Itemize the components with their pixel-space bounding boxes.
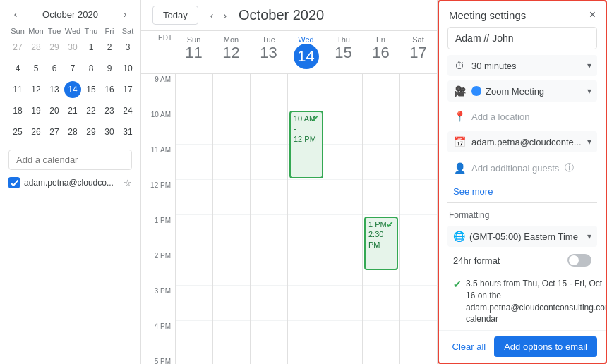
timezone-row[interactable]: 🌐 (GMT-05:00) Eastern Time ▾ (447, 226, 597, 247)
day-cell (251, 286, 287, 321)
day-cell (213, 356, 250, 364)
format-label: 24hr format (453, 255, 500, 266)
clear-all-button[interactable]: Clear all (452, 341, 486, 352)
week-prev-arrow[interactable]: ‹ (207, 8, 217, 23)
calendar-star-icon[interactable]: ☆ (124, 178, 132, 188)
day-cell (213, 250, 250, 286)
event-block[interactable]: 1 PM -2:30 PM✔ (364, 217, 398, 270)
week-body: 9 AM10 AM11 AM12 PM1 PM2 PM3 PM4 PM5 PM … (141, 74, 437, 364)
week-header-day-12: Mon12 (212, 31, 250, 73)
day-cell (400, 180, 437, 215)
day-cell (363, 356, 399, 364)
day-cell (176, 215, 212, 250)
day-col-5 (325, 74, 362, 364)
day-cell (400, 286, 437, 321)
day-cell (325, 356, 362, 364)
location-placeholder: Add a location (471, 111, 529, 122)
week-header-day-15: Thu15 (325, 31, 362, 73)
duration-info: ✔ 3.5 hours from Thu, Oct 15 - Fri, Oct … (447, 275, 597, 328)
day-cell (363, 286, 399, 321)
globe-icon: 🌐 (453, 231, 465, 242)
main-month-title: October 2020 (239, 7, 324, 23)
day-cell (176, 180, 212, 215)
time-slot: 12 PM (141, 180, 175, 215)
add-options-button[interactable]: Add options to email (494, 336, 597, 357)
meeting-title-input[interactable] (447, 27, 597, 49)
day-col-4: 10 AM -12 PM✔ (287, 74, 325, 364)
conference-label: Zoom Meeting (486, 86, 544, 97)
panel-body: ⏱ 30 minutes ▾ 🎥 Zoom Meeting ▾ 📍 Add a … (439, 27, 606, 330)
main-calendar: Today ‹ › October 2020 EDT Sun11Mon12Tue… (141, 0, 438, 364)
nav-arrows: ‹ › (207, 8, 230, 23)
day-cell (176, 321, 212, 356)
today-button[interactable]: Today (152, 6, 198, 25)
day-cell (325, 321, 362, 356)
day-cell (251, 250, 287, 286)
day-cell (176, 145, 212, 180)
day-cell (251, 145, 287, 180)
calendar-item: adam.petna@cloudco... ☆ (8, 177, 132, 188)
toggle-knob (569, 255, 579, 265)
day-cell (176, 250, 212, 286)
day-cell (288, 74, 325, 109)
mini-cal-prev[interactable]: ‹ (8, 8, 23, 20)
mini-cal-title: October 2020 (42, 9, 98, 20)
week-header: EDT Sun11Mon12Tue13Wed14Thu15Fri16Sat17 (141, 31, 437, 74)
add-calendar-input[interactable] (8, 150, 132, 170)
time-slot: 5 PM (141, 356, 175, 364)
time-slot: 11 AM (141, 145, 175, 180)
mini-cal-next[interactable]: › (118, 8, 132, 20)
event-block[interactable]: 10 AM -12 PM✔ (289, 111, 323, 178)
guests-placeholder: Add additional guests (471, 163, 559, 174)
day-cell (288, 215, 325, 250)
day-cell (213, 109, 250, 145)
day-cell (251, 109, 287, 145)
day-cell (325, 180, 362, 215)
day-col-7 (399, 74, 437, 364)
day-cell (176, 74, 212, 109)
panel-footer: Clear all Add options to email (439, 330, 606, 363)
duration-value: 30 minutes (471, 61, 582, 71)
location-row[interactable]: 📍 Add a location (447, 106, 597, 127)
edt-label: EDT (141, 31, 175, 73)
day-cell (176, 109, 212, 145)
duration-row[interactable]: ⏱ 30 minutes ▾ (447, 55, 597, 76)
day-cell (400, 109, 437, 145)
day-cell (400, 321, 437, 356)
day-cell (325, 145, 362, 180)
format-toggle-row: 24hr format (447, 251, 597, 269)
day-cell (213, 215, 250, 250)
see-more-link[interactable]: See more (447, 183, 498, 200)
week-next-arrow[interactable]: › (220, 8, 230, 23)
day-cell (251, 321, 287, 356)
week-header-day-16: Fri16 (362, 31, 399, 73)
guests-info-icon[interactable]: ⓘ (565, 162, 574, 174)
calendar-row[interactable]: 📅 adam.petna@cloudconte... ▾ (447, 131, 597, 152)
panel-header: Meeting settings × (439, 1, 606, 27)
time-slot: 9 AM (141, 74, 175, 109)
conference-row[interactable]: 🎥 Zoom Meeting ▾ (447, 80, 597, 102)
day-cell (251, 356, 287, 364)
time-column: 9 AM10 AM11 AM12 PM1 PM2 PM3 PM4 PM5 PM (141, 74, 175, 364)
timezone-chevron: ▾ (587, 231, 591, 241)
format-toggle[interactable] (567, 254, 591, 267)
panel-title: Meeting settings (449, 9, 526, 21)
week-header-day-11: Sun11 (175, 31, 212, 73)
location-icon: 📍 (453, 111, 466, 122)
conference-icon: 🎥 (453, 85, 466, 97)
guests-row[interactable]: 👤 Add additional guests ⓘ (447, 157, 597, 179)
day-cell (325, 250, 362, 286)
conference-chevron: ▾ (587, 86, 591, 96)
week-header-day-17: Sat17 (399, 31, 437, 73)
day-cell (325, 286, 362, 321)
day-cell (325, 109, 362, 145)
main-header: Today ‹ › October 2020 (141, 0, 437, 31)
cal-checkbox[interactable] (8, 177, 20, 188)
close-button[interactable]: × (589, 8, 596, 21)
left-panel: ‹ October 2020 › SunMonTueWedThuFriSat 2… (0, 0, 141, 364)
formatting-section: Formatting 🌐 (GMT-05:00) Eastern Time ▾ … (447, 202, 597, 328)
day-cell (363, 321, 399, 356)
day-cell (363, 109, 399, 145)
day-cell (400, 215, 437, 250)
day-cell (288, 286, 325, 321)
